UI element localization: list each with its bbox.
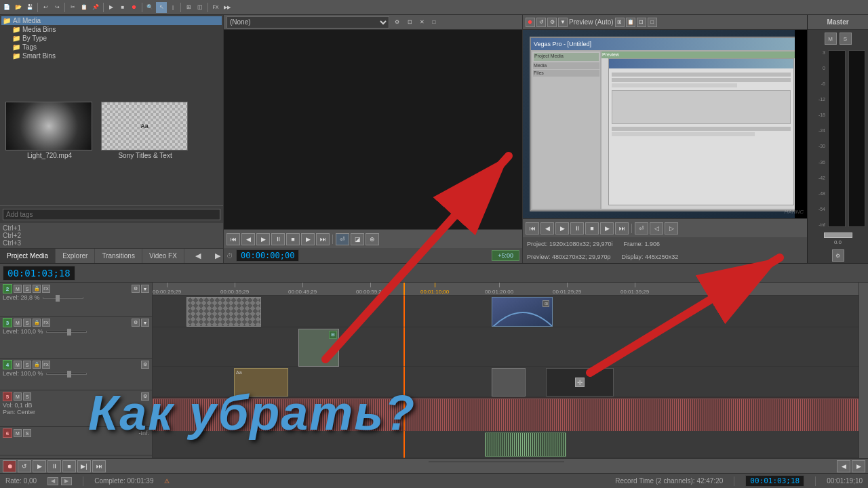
rp-dropdown-btn[interactable]: ▼ — [558, 18, 568, 27]
track-2-more[interactable]: ▼ — [141, 285, 149, 293]
preview-zoom-btn[interactable]: ⊕ — [366, 233, 379, 245]
tl-next-mark-btn[interactable]: ▶ — [852, 460, 865, 472]
track-4-clip-2[interactable]: ✛ — [546, 368, 614, 396]
zoom-icon[interactable]: 🔍 — [144, 2, 155, 13]
tab-arrow-left[interactable]: ◀ — [193, 251, 203, 262]
track-6-solo[interactable]: S — [23, 429, 31, 437]
preview-settings-icon[interactable]: ⚙ — [391, 16, 403, 28]
rp-next-btn[interactable]: ▶ — [600, 222, 614, 235]
track-num-2[interactable]: 2 — [3, 284, 12, 293]
next-frame-btn[interactable]: ▶ — [301, 233, 315, 245]
track-5-mute[interactable]: M — [14, 392, 22, 401]
render-icon[interactable]: ▶▶ — [222, 2, 233, 13]
track-6-mute[interactable]: M — [14, 429, 22, 437]
track-4-settings[interactable]: ⚙ — [141, 361, 149, 369]
rp-expand-btn[interactable]: ⊡ — [637, 18, 646, 27]
track-2-body[interactable]: ⊞ — [153, 296, 859, 327]
cut-icon[interactable]: ✂ — [67, 2, 78, 13]
fx-icon[interactable]: FX — [210, 2, 221, 13]
master-settings-icon[interactable]: ⚙ — [832, 249, 844, 262]
redo-icon[interactable]: ↪ — [52, 2, 62, 13]
save-icon[interactable]: 💾 — [24, 2, 35, 13]
rp-stop-btn[interactable]: ■ — [585, 222, 599, 235]
track-2-fader[interactable] — [43, 297, 83, 299]
tab-arrow-right[interactable]: ▶ — [212, 251, 223, 262]
tl-stop-btn[interactable]: ■ — [62, 460, 76, 472]
rp-end-btn[interactable]: ⏭ — [615, 222, 629, 235]
preview-close-icon[interactable]: ✕ — [416, 17, 427, 28]
track-2-lock[interactable]: 🔒 — [33, 285, 41, 293]
track-3-fader[interactable] — [46, 331, 87, 333]
snap-icon[interactable]: ◫ — [195, 2, 205, 13]
tags-input[interactable] — [3, 209, 220, 220]
rp-record-btn[interactable]: ⏺ — [526, 18, 535, 27]
track-4-lock[interactable]: 🔒 — [33, 361, 41, 369]
tree-item-all-media[interactable]: 📁 All Media — [1, 16, 222, 25]
track-4-solo[interactable]: S — [23, 361, 31, 369]
grid-icon[interactable]: ⊞ — [183, 2, 194, 13]
rp-settings-btn[interactable]: ⚙ — [547, 18, 557, 27]
copy-icon[interactable]: 📋 — [79, 2, 90, 13]
track-5-settings[interactable]: ⚙ — [141, 392, 149, 401]
track-3-fx[interactable]: FX — [42, 319, 50, 327]
track-3-mute[interactable]: M — [14, 319, 22, 327]
track-5-solo[interactable]: S — [23, 392, 31, 401]
rp-frame-next-btn[interactable]: ▷ — [665, 222, 678, 235]
tl-pause-btn[interactable]: ⏸ — [47, 460, 61, 472]
goto-start-btn[interactable]: ⏮ — [226, 233, 240, 245]
track-2-solo[interactable]: S — [23, 285, 31, 293]
cursor-icon[interactable]: | — [167, 2, 178, 13]
track-6-body[interactable] — [153, 431, 859, 458]
tree-item-tags[interactable]: 📁 Tags — [1, 43, 222, 52]
track-3-clip-1[interactable]: ⊞ — [298, 329, 339, 367]
timeline-scrollbar-h[interactable] — [429, 462, 564, 471]
goto-end-btn[interactable]: ⏭ — [316, 233, 330, 245]
track-4-body[interactable]: Aa ✛ — [153, 367, 859, 396]
track-3-settings[interactable]: ⚙ — [132, 319, 140, 327]
media-item-light[interactable]: Light_720.mp4 — [5, 102, 94, 159]
rp-prev-btn[interactable]: ◀ — [540, 222, 554, 235]
paste-icon[interactable]: 📌 — [90, 2, 101, 13]
master-btn-1[interactable]: M — [825, 33, 837, 45]
rp-frame-prev-btn[interactable]: ◁ — [650, 222, 663, 235]
tl-end-btn[interactable]: ⏭ — [92, 460, 106, 472]
track-num-6[interactable]: 6 — [3, 428, 12, 438]
loop-btn[interactable]: ⏎ — [336, 233, 349, 245]
master-btn-2[interactable]: S — [840, 33, 852, 45]
prev-frame-btn[interactable]: ◀ — [241, 233, 255, 245]
clip-resize-handle[interactable]: ✛ — [575, 378, 585, 387]
track-2-clip-2[interactable]: ⊞ — [492, 297, 553, 327]
play-btn[interactable]: ▶ — [256, 233, 270, 245]
track-2-clip-1[interactable] — [186, 297, 261, 327]
rate-inc-btn[interactable]: ▶ — [61, 477, 72, 485]
track-4-fader[interactable] — [46, 373, 87, 375]
rp-goto-start-btn[interactable]: ⏮ — [526, 222, 539, 235]
preview-expand-icon[interactable]: ⊡ — [404, 17, 415, 28]
play-icon[interactable]: ▶ — [106, 2, 117, 13]
tab-video-fx[interactable]: Video FX — [142, 249, 184, 263]
tab-project-media[interactable]: Project Media — [0, 249, 56, 263]
preview-quality-btn[interactable]: ◪ — [351, 233, 364, 245]
master-fader-knob[interactable] — [824, 232, 852, 238]
tree-item-media-bins[interactable]: 📁 Media Bins — [1, 25, 222, 34]
preview-source-select[interactable]: (None) — [226, 16, 389, 28]
tl-back-btn[interactable]: ↺ — [18, 460, 31, 472]
track-4-clip-3[interactable] — [492, 368, 526, 396]
tl-next-btn[interactable]: ▶| — [77, 460, 91, 472]
track-4-mute[interactable]: M — [14, 361, 22, 369]
rp-pause-btn[interactable]: ⏸ — [570, 222, 584, 235]
track-2-settings[interactable]: ⚙ — [132, 285, 140, 293]
media-item-titles[interactable]: Aa Sony Titles & Text — [101, 102, 189, 159]
record-icon[interactable]: ⏺ — [129, 2, 140, 13]
pause-btn[interactable]: ⏸ — [271, 233, 285, 245]
track-6-clip-1[interactable] — [485, 432, 566, 457]
preview-max-icon[interactable]: □ — [429, 17, 439, 28]
rp-max-btn[interactable]: □ — [648, 18, 657, 27]
tree-item-smart-bins[interactable]: 📁 Smart Bins — [1, 52, 222, 60]
track-5-body[interactable] — [153, 397, 859, 432]
tl-record-btn[interactable]: ⏺ — [3, 460, 16, 472]
track-3-lock[interactable]: 🔒 — [33, 319, 41, 327]
rp-refresh-btn[interactable]: ↺ — [536, 18, 546, 27]
rp-play-btn[interactable]: ▶ — [555, 222, 569, 235]
track-4-clip-1[interactable]: Aa — [234, 368, 288, 396]
